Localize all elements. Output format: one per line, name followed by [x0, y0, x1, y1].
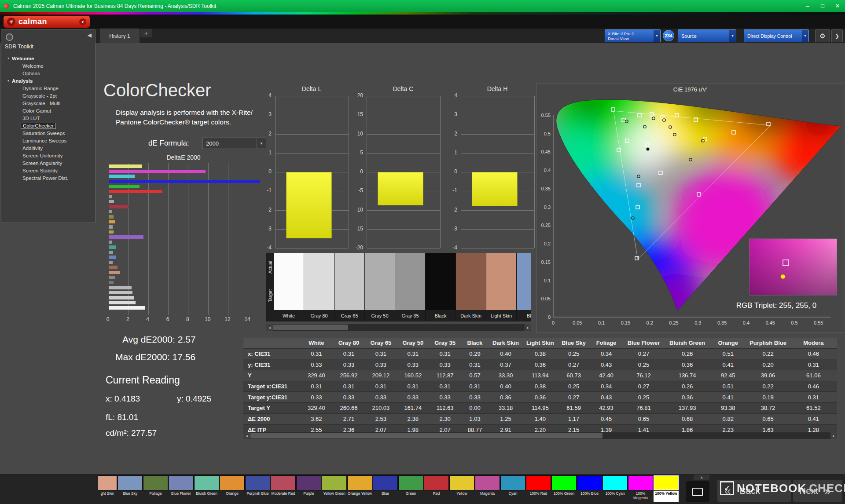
x-tick-label: 0.35 — [717, 320, 727, 325]
nav-item-label: 3D LUT — [21, 116, 42, 121]
scrollbar-thumb[interactable] — [250, 433, 603, 438]
minimize-button[interactable]: – — [800, 0, 815, 12]
source-selector[interactable]: Source ▼ — [678, 29, 736, 42]
forward-arrow-button[interactable]: ❯ — [831, 29, 843, 42]
table-cell: 92.45 — [710, 370, 746, 381]
patch-label: Foliage — [143, 491, 168, 502]
workflow-icon[interactable] — [6, 33, 13, 41]
patch-label: Moderate Red — [271, 491, 296, 502]
nav-item-dynamic-range[interactable]: Dynamic Range — [1, 84, 95, 92]
close-button[interactable]: ✕ — [830, 0, 845, 12]
patch-label: Blue Flower — [169, 491, 194, 502]
chevron-down-icon[interactable]: ▼ — [654, 30, 660, 42]
nav-item-saturation-sweeps[interactable]: Saturation Sweeps — [1, 129, 95, 137]
row-label: ΔE ITP — [243, 424, 300, 432]
cie-chromaticity-diagram: 00.050.10.150.20.250.30.350.40.450.50.55… — [536, 84, 844, 332]
patch-button-moderate-red[interactable]: Moderate Red — [271, 475, 296, 502]
nav-item-label: Welcome — [21, 63, 45, 69]
patch-button-100-magenta[interactable]: 100% Magenta — [628, 475, 653, 502]
meter-selector[interactable]: X-Rite i1Pro 2 Direct View ▼ — [605, 29, 661, 42]
patch-swatch — [424, 475, 449, 490]
patch-button-bluish-green[interactable]: Bluish Green — [194, 475, 219, 502]
patch-button-orange[interactable]: Orange — [220, 475, 245, 502]
patch-button-purple[interactable]: Purple — [296, 475, 321, 502]
nav-group-welcome[interactable]: ▾Welcome — [1, 55, 95, 62]
cie-1976-panel: CIE 1976 u'v' — [536, 84, 844, 332]
nav-item-welcome[interactable]: Welcome — [1, 62, 95, 69]
swatch-scrollbar[interactable]: ◂ ▸ — [266, 324, 531, 331]
tab-history-1[interactable]: History 1 — [100, 29, 140, 43]
nav-item-grayscale-2pt[interactable]: Grayscale - 2pt — [1, 92, 95, 99]
patch-button-100-blue[interactable]: 100% Blue — [577, 475, 602, 502]
nav-item-color-gamut[interactable]: Color Gamut — [1, 107, 95, 114]
nav-item-screen-uniformity[interactable]: Screen Uniformity — [1, 152, 95, 159]
maximize-button[interactable]: □ — [815, 0, 830, 12]
nav-item-spectral-power-dist[interactable]: Spectral Power Dist. — [1, 174, 95, 182]
patch-button-purplish-blue[interactable]: Purplish Blue — [245, 475, 270, 502]
swatch-color — [274, 253, 304, 310]
table-cell: 76.12 — [623, 370, 665, 381]
patch-button-100-cyan[interactable]: 100% Cyan — [603, 475, 628, 502]
table-cell: 0.26 — [665, 348, 710, 359]
table-cell: 136.74 — [665, 370, 710, 381]
patch-button-cyan[interactable]: Cyan — [500, 475, 525, 502]
nav-item-grayscale-multi[interactable]: Grayscale - Multi — [1, 99, 95, 107]
calman-logo[interactable]: ✳ calman ▾ — [4, 16, 90, 28]
back-button[interactable]: « Back — [717, 480, 791, 502]
y-tick-label: 0.45 — [541, 149, 551, 154]
y-tick-label: 0 — [548, 314, 551, 320]
expand-up-icon[interactable]: ∧ — [694, 475, 709, 480]
patch-button-green[interactable]: Green — [398, 475, 423, 502]
patch-button-yellow-green[interactable]: Yellow Green — [322, 475, 347, 502]
patch-button-orange-yellow[interactable]: Orange Yellow — [347, 475, 372, 502]
column-header-foliage: Foliage — [590, 338, 623, 348]
patch-button-foliage[interactable]: Foliage — [143, 475, 168, 502]
patch-button-blue-sky[interactable]: Blue Sky — [118, 475, 143, 502]
patch-swatch — [143, 475, 168, 490]
swatch-color — [365, 253, 395, 310]
nav-item-label: ColorChecker — [21, 123, 56, 129]
chevron-down-icon[interactable]: ▼ — [729, 30, 736, 42]
patch-button-100-green[interactable]: 100% Green — [551, 475, 577, 502]
nav-item-additivity[interactable]: Additivity — [1, 144, 95, 152]
patch-button-blue[interactable]: Blue — [373, 475, 398, 502]
patch-swatch — [373, 475, 398, 490]
swatch-color — [395, 253, 425, 310]
patch-button-ght-skin[interactable]: ght Skin — [98, 475, 117, 502]
table-cell: 39.06 — [746, 370, 790, 381]
patch-button-blue-flower[interactable]: Blue Flower — [169, 475, 194, 502]
scroll-right-icon[interactable]: ▸ — [525, 324, 531, 331]
nav-group-analysis[interactable]: ▾Analysis — [1, 77, 95, 84]
table-scrollbar[interactable]: ◂ ▸ — [243, 432, 837, 439]
add-tab-button[interactable]: + — [140, 29, 152, 37]
table-cell: 0.29 — [461, 348, 489, 359]
de-formula-dropdown[interactable]: 2000 ▼ — [202, 138, 266, 149]
scroll-left-icon[interactable]: ◂ — [266, 324, 273, 331]
nav-item-luminance-sweeps[interactable]: Luminance Sweeps — [1, 137, 95, 144]
scroll-right-icon[interactable]: ▸ — [830, 432, 837, 439]
logo-menu-caret-icon[interactable]: ▾ — [79, 18, 86, 26]
nav-item-screen-angularity[interactable]: Screen Angularity — [1, 159, 95, 167]
deltae-chart — [108, 163, 260, 315]
nav-item-screen-stability[interactable]: Screen Stability — [1, 167, 95, 174]
scroll-left-icon[interactable]: ◂ — [243, 432, 250, 439]
display-window-button[interactable] — [686, 481, 709, 502]
row-label: Target y:CIE31 — [243, 392, 300, 403]
patch-button-100-red[interactable]: 100% Red — [526, 475, 551, 502]
column-header-orange: Orange — [710, 338, 746, 348]
nav-item-options[interactable]: Options — [1, 69, 95, 77]
scrollbar-thumb[interactable] — [273, 325, 348, 330]
collapse-panel-icon[interactable]: ◀ — [88, 32, 92, 38]
deltae-bar — [109, 296, 134, 299]
patch-button-red[interactable]: Red — [424, 475, 449, 502]
column-header-gray-80: Gray 80 — [333, 338, 365, 348]
patch-button-100-yellow[interactable]: 100% Yellow — [654, 475, 679, 502]
display-control-selector[interactable]: Direct Display Control ▼ — [744, 29, 809, 42]
nav-item-colorchecker[interactable]: ColorChecker — [1, 122, 95, 129]
patch-button-yellow[interactable]: Yellow — [449, 475, 474, 502]
chevron-down-icon[interactable]: ▼ — [802, 30, 808, 42]
gear-icon[interactable]: ⚙ — [815, 29, 830, 42]
patch-button-magenta[interactable]: Magenta — [475, 475, 500, 502]
nav-item-3d-lut[interactable]: 3D LUT — [1, 114, 95, 122]
next-button[interactable]: Next » — [793, 480, 842, 502]
